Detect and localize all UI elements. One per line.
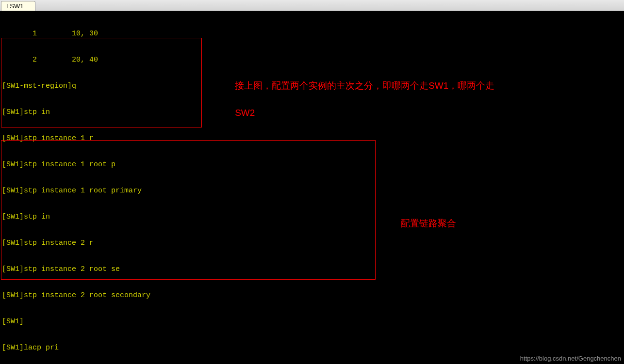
terminal-line: [SW1]stp in [2,108,622,117]
terminal-line: [SW1-mst-region]q [2,82,622,91]
terminal-line: 2 20, 40 [2,56,622,64]
watermark: https://blog.csdn.net/Gengchenchen [520,355,621,362]
terminal-line: [SW1]stp instance 1 root primary [2,187,622,195]
tab-strip: LSW1 [0,0,624,11]
terminal-line: [SW1]stp instance 2 r [2,239,622,248]
terminal-line: [SW1]lacp pri [2,344,622,352]
terminal-output[interactable]: 1 10, 30 2 20, 40 [SW1-mst-region]q [SW1… [0,11,624,364]
terminal-line: [SW1]stp instance 2 root se [2,265,622,274]
terminal-line: [SW1]stp instance 1 r [2,134,622,143]
annotation-lacp: 配置链路聚合 [391,203,456,244]
annotation-stp: 接上图，配置两个实例的主次之分，即哪两个走SW1，哪两个走 SW2 [225,65,574,133]
terminal-line: [SW1] [2,317,622,326]
tab-lsw1[interactable]: LSW1 [1,1,35,11]
terminal-line: [SW1]stp instance 1 root p [2,160,622,169]
terminal-line: [SW1]stp in [2,213,622,222]
terminal-line: [SW1]stp instance 2 root secondary [2,291,622,300]
terminal-line: 1 10, 30 [2,30,622,38]
